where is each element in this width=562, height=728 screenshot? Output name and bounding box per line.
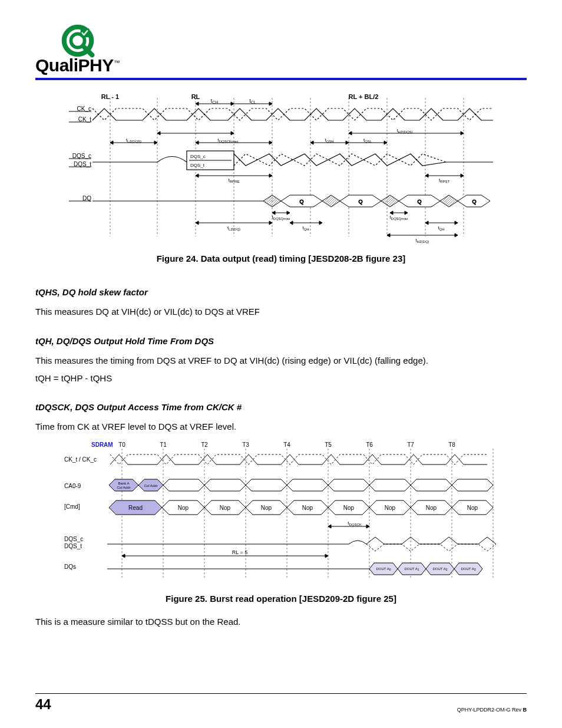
label-ckpair: CK_t / CK_c <box>64 456 97 463</box>
svg-text:Q: Q <box>472 199 476 205</box>
para-tail: This is a measure similar to tDQSS but o… <box>35 615 527 628</box>
svg-text:tQSH: tQSH <box>325 137 333 143</box>
svg-text:tQH: tQH <box>438 225 444 231</box>
svg-text:tDQSCK: tDQSCK <box>348 521 362 526</box>
ca-bank: Bank A <box>118 482 129 485</box>
svg-text:Nop: Nop <box>261 505 272 511</box>
figure-24-diagram: RL - 1 RL RL + BL/2 CK_c CK_t <box>69 92 493 245</box>
label-ca: CA0-9 <box>64 483 81 489</box>
figure-24-caption: Figure 24. Data output (read) timing [JE… <box>35 253 527 263</box>
svg-text:DOUT A3: DOUT A3 <box>461 567 475 571</box>
svg-text:T6: T6 <box>366 442 373 448</box>
svg-text:Bank A: Bank A <box>118 482 129 485</box>
svg-text:T0: T0 <box>118 442 125 448</box>
svg-text:Nop: Nop <box>343 505 355 511</box>
label-rl: RL <box>191 93 200 100</box>
para-tqh-2: tQH = tQHP - tQHS <box>35 372 527 385</box>
svg-text:Nop: Nop <box>220 505 231 511</box>
svg-text:Nop: Nop <box>426 505 437 511</box>
svg-text:tQSL: tQSL <box>363 137 372 143</box>
label-dqs-t2: DQS_t <box>64 543 82 549</box>
svg-text:DQS_t: DQS_t <box>190 163 205 168</box>
svg-text:tRPST: tRPST <box>439 177 450 183</box>
document-page: QualiPHY™ RL - 1 RL RL + <box>0 0 562 728</box>
svg-text:tDQSQmax: tDQSQmax <box>389 215 408 220</box>
brand-tm: ™ <box>114 59 120 66</box>
qualiphy-mark-icon <box>61 24 95 58</box>
figure-25: SDRAM T0 T1 T2 T3 T4 T5 T6 T7 T8 CK_t / … <box>35 438 527 585</box>
svg-text:tHZ(DQS): tHZ(DQS) <box>396 128 412 134</box>
svg-text:Q: Q <box>358 199 362 205</box>
page-footer: 44 QPHY-LPDDR2-OM-G Rev B <box>35 693 527 713</box>
brand-quali: Quali <box>35 55 78 75</box>
para-tqh-1: This measures the timing from DQS at VRE… <box>35 354 527 367</box>
page-header: QualiPHY™ <box>35 24 527 80</box>
svg-text:Col Addr: Col Addr <box>144 484 157 487</box>
heading-tqh: tQH, DQ/DQS Output Hold Time From DQS <box>35 336 527 346</box>
svg-text:tCH: tCH <box>211 98 219 104</box>
svg-text:T2: T2 <box>201 442 208 448</box>
label-rl-minus-1: RL - 1 <box>101 93 119 100</box>
svg-text:tDQSQmax: tDQSQmax <box>272 215 290 220</box>
svg-text:tCL: tCL <box>249 98 256 104</box>
svg-text:DOUT A2: DOUT A2 <box>432 567 447 571</box>
label-rl-bl2: RL + BL/2 <box>349 93 379 100</box>
label-dqs-c2: DQS_c <box>64 536 83 542</box>
svg-text:DOUT A0: DOUT A0 <box>376 567 391 571</box>
figure-25-caption: Figure 25. Burst read operation [JESD209… <box>35 594 527 604</box>
brand-phy: PHY <box>78 55 114 75</box>
label-dqs: DQs <box>64 564 76 570</box>
para-tdqsck: Time from CK at VREF level to DQS at VRE… <box>35 420 527 433</box>
svg-text:T8: T8 <box>448 442 455 448</box>
label-dqs-t: DQS_t <box>74 161 91 167</box>
svg-text:tHZ(DQ): tHZ(DQ) <box>415 238 429 243</box>
heading-tdqsck: tDQSCK, DQS Output Access Time from CK/C… <box>35 402 527 412</box>
svg-text:T7: T7 <box>407 442 414 448</box>
svg-text:DQS_c: DQS_c <box>190 154 206 159</box>
svg-text:tDQSCKmax: tDQSCKmax <box>218 137 239 143</box>
svg-text:Nop: Nop <box>467 505 478 511</box>
svg-text:DOUT A1: DOUT A1 <box>404 567 419 571</box>
svg-text:Q: Q <box>417 199 421 205</box>
svg-text:Q: Q <box>299 199 303 205</box>
svg-text:tLZ(DQS): tLZ(DQS) <box>126 137 141 143</box>
svg-text:Nop: Nop <box>385 505 396 511</box>
figure-24: RL - 1 RL RL + BL/2 CK_c CK_t <box>35 92 527 245</box>
label-ck-c: CK_c <box>77 106 91 112</box>
qualiphy-logo: QualiPHY™ <box>35 24 120 75</box>
svg-text:Nop: Nop <box>178 505 189 511</box>
para-tqhs: This measures DQ at VIH(dc) or VIL(dc) t… <box>35 305 527 318</box>
svg-text:tQH: tQH <box>302 225 309 231</box>
svg-text:tRPRE: tRPRE <box>229 177 240 183</box>
svg-text:T5: T5 <box>325 442 332 448</box>
brand-text: QualiPHY™ <box>35 55 120 75</box>
svg-text:Col Addr: Col Addr <box>117 486 130 489</box>
cmd-read: Read <box>128 505 143 511</box>
figure-25-diagram: SDRAM T0 T1 T2 T3 T4 T5 T6 T7 T8 CK_t / … <box>63 438 499 585</box>
svg-text:T1: T1 <box>160 442 167 448</box>
label-cmd: [Cmd] <box>64 503 80 510</box>
svg-text:T3: T3 <box>242 442 249 448</box>
label-ck-t: CK_t <box>78 116 91 123</box>
svg-text:Nop: Nop <box>302 505 313 511</box>
heading-tqhs: tQHS, DQ hold skew factor <box>35 287 527 297</box>
svg-text:T4: T4 <box>283 442 290 448</box>
label-sdram: SDRAM <box>91 442 113 448</box>
label-dqs-c: DQS_c <box>72 153 91 159</box>
page-number: 44 <box>35 696 51 713</box>
doc-id: QPHY-LPDDR2-OM-G Rev B <box>457 707 527 713</box>
label-rl-eq-5: RL = 5 <box>232 549 247 555</box>
label-dq: DQ <box>82 195 91 202</box>
